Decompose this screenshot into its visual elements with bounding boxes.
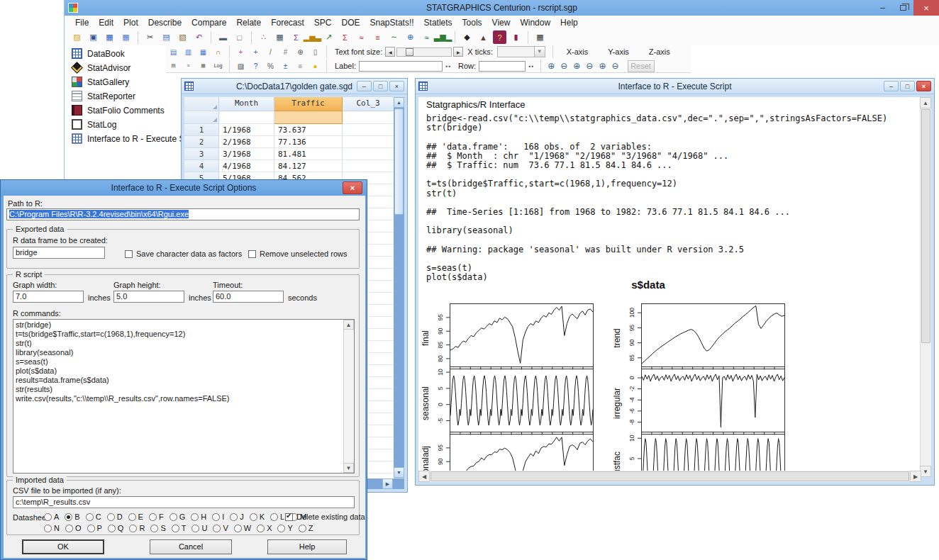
hypothesis-test-icon[interactable]: Σ bbox=[338, 30, 352, 44]
radio-T[interactable] bbox=[172, 525, 179, 532]
scroll-down-icon[interactable]: ▼ bbox=[920, 466, 931, 477]
menu-forecast[interactable]: Forecast bbox=[266, 16, 309, 29]
statwizard-icon[interactable]: ▲ bbox=[477, 30, 490, 44]
bulb-icon[interactable]: ● bbox=[309, 60, 321, 72]
menu-window[interactable]: Window bbox=[515, 16, 555, 29]
datasheet-option-C[interactable]: C bbox=[86, 513, 107, 521]
frame-input[interactable]: bridge bbox=[13, 247, 105, 259]
zoom-out-z-icon[interactable]: ⊖ bbox=[611, 61, 618, 71]
table-cell[interactable] bbox=[343, 148, 394, 160]
ok-button[interactable]: OK bbox=[22, 539, 104, 554]
menu-spc[interactable]: SPC bbox=[309, 16, 337, 29]
sidebar-item-statreporter[interactable]: StatReporter bbox=[72, 89, 192, 103]
row-header-cell[interactable] bbox=[184, 97, 219, 111]
sidebar-item-statgallery[interactable]: StatGallery bbox=[72, 75, 192, 89]
scroll-up-icon[interactable]: ▲ bbox=[920, 97, 931, 108]
chevron-down-icon[interactable]: ▼ bbox=[534, 47, 545, 57]
radio-P[interactable] bbox=[87, 525, 95, 532]
data-restore-button[interactable]: □ bbox=[373, 81, 388, 91]
data-minimize-button[interactable]: – bbox=[357, 81, 372, 91]
zoom-in-y-icon[interactable]: ⊕ bbox=[573, 61, 580, 71]
scroll-up-icon[interactable]: ▲ bbox=[343, 320, 354, 330]
r-restore-button[interactable]: □ bbox=[900, 81, 915, 91]
datasheet-option-X[interactable]: X bbox=[257, 524, 277, 532]
datasheet-option-Y[interactable]: Y bbox=[277, 524, 298, 532]
radio-J[interactable] bbox=[230, 513, 238, 521]
menu-describe[interactable]: Describe bbox=[143, 16, 187, 29]
stack-icon[interactable]: ≡ bbox=[294, 60, 306, 72]
radio-U[interactable] bbox=[191, 525, 199, 532]
radio-F[interactable] bbox=[149, 513, 157, 521]
data-vertical-scrollbar[interactable]: ▲ ▼ bbox=[394, 97, 404, 478]
minimize-button[interactable]: – bbox=[872, 0, 893, 16]
scroll-right-icon[interactable]: ▶ bbox=[910, 471, 921, 482]
radio-H[interactable] bbox=[191, 513, 199, 521]
fit-line-icon[interactable]: ↗ bbox=[322, 30, 335, 44]
pan-icon[interactable]: + bbox=[235, 46, 247, 57]
menu-view[interactable]: View bbox=[487, 16, 516, 29]
radio-Y[interactable] bbox=[277, 525, 285, 532]
menu-file[interactable]: File bbox=[70, 16, 94, 29]
r-hscroll-thumb[interactable] bbox=[430, 471, 909, 481]
graph-width-input[interactable]: 7.0 bbox=[13, 291, 84, 303]
radio-Z[interactable] bbox=[299, 525, 306, 532]
font-size-increase-button[interactable]: ▶ bbox=[453, 47, 463, 57]
scroll-left-icon[interactable]: ◀ bbox=[418, 471, 430, 482]
scroll-down-icon[interactable]: ▼ bbox=[343, 463, 354, 473]
table-cell[interactable]: Col_3 bbox=[343, 97, 394, 111]
table-cell[interactable]: 84.127 bbox=[274, 160, 343, 172]
radio-C[interactable] bbox=[86, 513, 94, 521]
barchart-icon[interactable]: ▃▆▂ bbox=[436, 30, 450, 44]
sidebar-item-statlog[interactable]: StatLog bbox=[72, 118, 192, 131]
data-vscroll-thumb[interactable] bbox=[394, 108, 404, 215]
r-horizontal-scrollbar[interactable]: ◀ ▶ bbox=[418, 471, 921, 482]
reset-button[interactable]: Reset bbox=[628, 60, 655, 72]
radio-G[interactable] bbox=[170, 513, 177, 521]
r-commands-textarea[interactable]: str(bridge) t=ts(bridge$Traffic,start=c(… bbox=[13, 319, 355, 474]
close-button[interactable]: × bbox=[913, 0, 939, 16]
radio-D[interactable] bbox=[107, 513, 115, 521]
radio-E[interactable] bbox=[128, 513, 136, 521]
compare-icon[interactable]: ≡ bbox=[371, 30, 384, 44]
sidebar-item-interface-r[interactable]: Interface to R - Execute Script bbox=[72, 132, 192, 145]
table-cell[interactable]: 4/1968 bbox=[219, 160, 274, 172]
datasheet-option-J[interactable]: J bbox=[230, 513, 250, 521]
scroll-right-icon[interactable]: ▶ bbox=[382, 478, 393, 489]
radio-A[interactable] bbox=[44, 513, 52, 521]
row-header-cell[interactable]: 3 bbox=[184, 148, 219, 160]
radio-V[interactable] bbox=[213, 525, 221, 532]
datasheet-option-U[interactable]: U bbox=[191, 524, 213, 532]
r-minimize-button[interactable]: – bbox=[884, 81, 899, 91]
timeout-input[interactable]: 60.0 bbox=[213, 291, 284, 303]
histogram-icon[interactable]: ▂▅▃ bbox=[306, 30, 319, 44]
graph-height-input[interactable]: 5.0 bbox=[113, 291, 184, 303]
zoom-out-x-icon[interactable]: ⊖ bbox=[560, 61, 567, 71]
sidebar-item-databook[interactable]: DataBook bbox=[72, 47, 192, 60]
brush-icon[interactable]: / bbox=[265, 46, 277, 57]
cancel-button[interactable]: Cancel bbox=[150, 539, 232, 554]
table-cell[interactable]: 73.637 bbox=[274, 124, 343, 136]
r-vscroll-thumb[interactable] bbox=[921, 109, 930, 343]
open-icon[interactable]: ▨ bbox=[70, 30, 84, 44]
radio-S[interactable] bbox=[150, 525, 158, 532]
radio-I[interactable] bbox=[212, 513, 220, 521]
cells-icon[interactable]: ▦ bbox=[197, 60, 209, 72]
datasheet-option-K[interactable]: K bbox=[250, 513, 270, 521]
scatterplot-icon[interactable]: ∴ bbox=[257, 30, 270, 44]
menu-help[interactable]: Help bbox=[555, 16, 583, 29]
x-ticks-dropdown[interactable]: ▼ bbox=[497, 46, 545, 57]
path-to-r-input[interactable]: C:\Program Files\R\R-3.2.4revised\bin\x6… bbox=[6, 208, 360, 220]
identify-icon[interactable]: ? bbox=[250, 60, 262, 72]
datasheet-option-O[interactable]: O bbox=[65, 524, 87, 532]
radio-W[interactable] bbox=[234, 525, 242, 532]
restore-button[interactable] bbox=[893, 0, 913, 16]
percent-icon[interactable]: % bbox=[265, 60, 277, 72]
table-cell[interactable]: 1/1968 bbox=[219, 124, 274, 136]
move-points-icon[interactable]: + bbox=[250, 46, 262, 57]
datasheet-option-Z[interactable]: Z bbox=[299, 524, 319, 532]
sidebar-item-statadvisor[interactable]: StatAdvisor bbox=[72, 61, 192, 74]
factors-checkbox[interactable] bbox=[125, 250, 133, 258]
menu-doe[interactable]: DOE bbox=[337, 16, 365, 29]
print-icon[interactable]: ▬ bbox=[216, 30, 230, 44]
regression-icon[interactable]: ≈ bbox=[355, 30, 368, 44]
